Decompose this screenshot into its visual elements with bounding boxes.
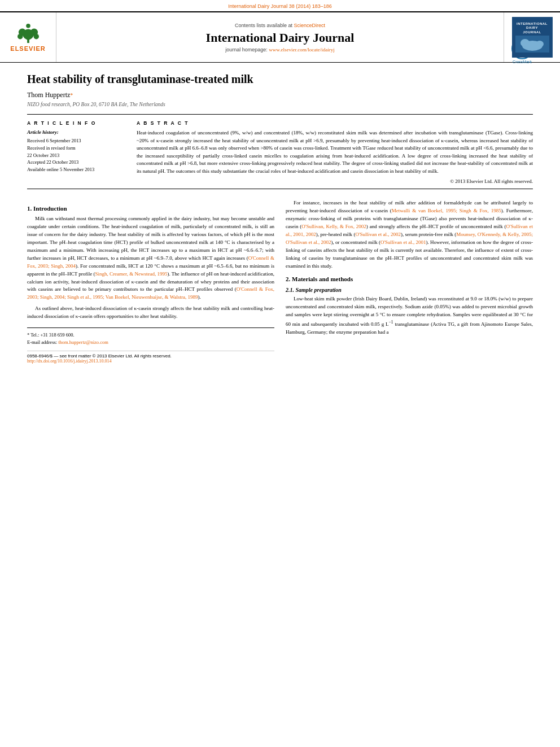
author-name: Thom Huppertz: [27, 91, 70, 99]
section2-heading-text: 2. Materials and methods: [286, 276, 353, 282]
doi-link[interactable]: http://dx.doi.org/10.1016/j.idairyj.2013…: [27, 359, 111, 364]
history-item-4: Available online 5 November 2013: [27, 166, 123, 173]
affiliation-line: NIZO food research, PO Box 20, 6710 BA E…: [27, 102, 533, 107]
ref-osullivan1[interactable]: O'Sullivan, Kelly, & Fox, 2002: [301, 224, 366, 229]
ref-oconnell2[interactable]: O'Connell & Fox, 2003; Singh, 2004; Sing…: [27, 286, 274, 300]
page-bottom-bar: 0958-6946/$ — see front matter © 2013 El…: [27, 351, 274, 366]
citation-bar: International Dairy Journal 38 (2014) 18…: [0, 0, 560, 11]
article-history-label: Article history:: [27, 129, 123, 135]
section2-heading: 2. Materials and methods: [286, 276, 533, 282]
history-item-0: Received 6 September 2013: [27, 137, 123, 145]
section1-para2: As outlined above, heat-induced dissocia…: [27, 305, 274, 321]
cow-icon: [518, 37, 546, 51]
idj-logo-area: INTERNATIONALDAIRYJOURNAL: [504, 12, 560, 62]
footnote-email: E-mail address: thom.huppertz@nizo.com: [27, 339, 274, 346]
ref-metwalli[interactable]: Metwalli & van Boekel, 1995; Singh & Fox…: [392, 208, 501, 213]
abstract-label: A B S T R A C T: [137, 120, 533, 126]
body-left-col: 1. Introduction Milk can withstand most …: [27, 199, 274, 366]
elsevier-brand-text: ELSEVIER: [10, 45, 45, 52]
history-item-1: Received in revised form: [27, 145, 123, 152]
article-title: Heat stability of transglutaminase-treat…: [27, 72, 533, 86]
body-columns: 1. Introduction Milk can withstand most …: [27, 199, 533, 366]
article-info-col: A R T I C L E I N F O Article history: R…: [27, 120, 123, 184]
idj-logo: INTERNATIONALDAIRYJOURNAL: [512, 17, 553, 58]
email-link[interactable]: thom.huppertz@nizo.com: [58, 339, 108, 345]
contents-line: Contents lists available at ScienceDirec…: [235, 23, 325, 28]
abstract-text: Heat-induced coagulation of unconcentrat…: [137, 129, 533, 175]
section1-heading-text: 1. Introduction: [27, 205, 67, 212]
section2-para1: Low-heat skim milk powder (Irish Dairy B…: [286, 295, 533, 337]
divider-2: [27, 189, 533, 189]
issn-line: 0958-6946/$ — see front matter © 2013 El…: [27, 353, 274, 359]
footnote-area: * Tel.: +31 318 659 600. E-mail address:…: [27, 327, 274, 346]
svg-point-8: [520, 39, 530, 47]
svg-point-6: [26, 24, 30, 28]
page: International Dairy Journal 38 (2014) 18…: [0, 0, 560, 747]
homepage-url[interactable]: www.elsevier.com/locate/idairyj: [269, 47, 334, 53]
citation-text: International Dairy Journal 38 (2014) 18…: [228, 3, 332, 9]
doi-line[interactable]: http://dx.doi.org/10.1016/j.idairyj.2013…: [27, 359, 274, 364]
idj-cow-image: [515, 36, 549, 53]
body-right-col: For instance, increases in the heat stab…: [286, 199, 533, 366]
abstract-col: A B S T R A C T Heat-induced coagulation…: [137, 120, 533, 184]
section1-right-para1: For instance, increases in the heat stab…: [286, 199, 533, 270]
history-item-2: 22 October 2013: [27, 152, 123, 159]
section2-sub1: 2.1. Sample preparation: [286, 287, 533, 293]
article-content: ✚ CrossMark Heat stability of transgluta…: [0, 63, 560, 375]
contents-prefix: Contents lists available at: [235, 23, 294, 28]
article-info-label: A R T I C L E I N F O: [27, 120, 123, 126]
journal-header: ELSEVIER Contents lists available at Sci…: [0, 11, 560, 63]
footnote-tel: * Tel.: +31 318 659 600.: [27, 331, 274, 339]
divider-1: [27, 114, 533, 115]
history-item-3: Accepted 22 October 2013: [27, 159, 123, 166]
idj-logo-text: INTERNATIONALDAIRYJOURNAL: [517, 22, 548, 34]
journal-title: International Dairy Journal: [206, 30, 355, 45]
article-meta-row: A R T I C L E I N F O Article history: R…: [27, 120, 533, 184]
section1-para1: Milk can withstand most thermal processi…: [27, 215, 274, 302]
ref-singh-creamer[interactable]: Singh, Creamer, & Newstead, 1995: [95, 271, 168, 277]
sciencedirect-link[interactable]: ScienceDirect: [294, 23, 326, 28]
author-line: Thom Huppertz*: [27, 91, 533, 99]
ref-osullivan3[interactable]: O'Sullivan et al., 2002: [355, 231, 400, 237]
elsevier-tree-icon: [14, 23, 42, 44]
abstract-copyright: © 2013 Elsevier Ltd. All rights reserved…: [137, 178, 533, 184]
svg-point-5: [33, 34, 39, 39]
author-sup: *: [70, 92, 73, 98]
email-label: E-mail address:: [27, 339, 58, 345]
journal-homepage: journal homepage: www.elsevier.com/locat…: [225, 47, 334, 53]
ref-oconnell[interactable]: O'Connell & Fox, 2003; Singh, 2004: [27, 255, 274, 269]
svg-point-4: [18, 34, 23, 39]
section1-heading: 1. Introduction: [27, 205, 274, 212]
journal-header-center: Contents lists available at ScienceDirec…: [56, 12, 504, 62]
svg-point-9: [536, 41, 544, 47]
ref-osullivan4[interactable]: O'Sullivan et al., 2001: [380, 239, 426, 245]
elsevier-logo: ELSEVIER: [10, 23, 45, 52]
elsevier-logo-area: ELSEVIER: [0, 12, 56, 62]
homepage-prefix: journal homepage:: [225, 47, 269, 53]
